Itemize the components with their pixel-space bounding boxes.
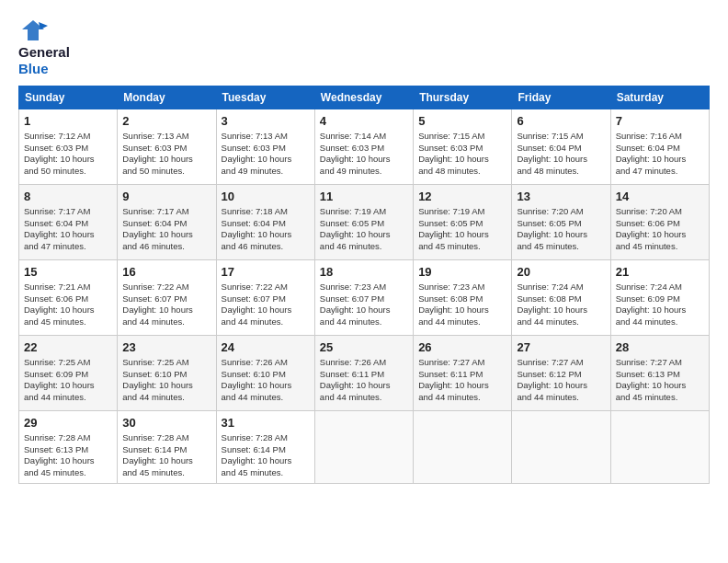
day-number: 18 (320, 264, 408, 281)
calendar-day-cell: 4Sunrise: 7:14 AM Sunset: 6:03 PM Daylig… (314, 109, 413, 185)
logo: General Blue (18, 17, 70, 76)
day-info-text: Sunrise: 7:16 AM Sunset: 6:04 PM Dayligh… (616, 131, 704, 178)
calendar-day-cell: 28Sunrise: 7:27 AM Sunset: 6:13 PM Dayli… (610, 336, 709, 411)
day-info-text: Sunrise: 7:20 AM Sunset: 6:06 PM Dayligh… (616, 206, 704, 253)
calendar-week-row: 29Sunrise: 7:28 AM Sunset: 6:13 PM Dayli… (19, 411, 710, 484)
day-info-text: Sunrise: 7:12 AM Sunset: 6:03 PM Dayligh… (24, 131, 112, 178)
calendar-table: SundayMondayTuesdayWednesdayThursdayFrid… (18, 86, 710, 484)
day-info-text: Sunrise: 7:27 AM Sunset: 6:13 PM Dayligh… (616, 357, 704, 404)
day-number: 12 (418, 189, 506, 205)
day-number: 19 (418, 264, 506, 281)
calendar-week-row: 15Sunrise: 7:21 AM Sunset: 6:06 PM Dayli… (19, 260, 710, 336)
calendar-header-cell: Thursday (414, 86, 512, 109)
day-info-text: Sunrise: 7:22 AM Sunset: 6:07 PM Dayligh… (122, 282, 210, 328)
page: General Blue SundayMondayTuesdayWednesda… (0, 0, 728, 563)
calendar-day-cell: 21Sunrise: 7:24 AM Sunset: 6:09 PM Dayli… (610, 260, 709, 336)
calendar-header-cell: Monday (118, 86, 216, 109)
calendar-day-cell: 23Sunrise: 7:25 AM Sunset: 6:10 PM Dayli… (118, 336, 216, 411)
day-info-text: Sunrise: 7:15 AM Sunset: 6:04 PM Dayligh… (517, 131, 605, 178)
day-number: 21 (616, 264, 704, 281)
day-number: 23 (122, 339, 210, 356)
day-number: 3 (222, 113, 310, 130)
calendar-day-cell: 16Sunrise: 7:22 AM Sunset: 6:07 PM Dayli… (118, 260, 216, 336)
calendar-header-cell: Tuesday (216, 86, 314, 109)
day-number: 28 (616, 339, 704, 356)
calendar-day-cell: 10Sunrise: 7:18 AM Sunset: 6:04 PM Dayli… (216, 185, 314, 260)
day-info-text: Sunrise: 7:24 AM Sunset: 6:08 PM Dayligh… (517, 282, 605, 328)
calendar-day-cell: 3Sunrise: 7:13 AM Sunset: 6:03 PM Daylig… (216, 109, 314, 185)
calendar-day-cell (314, 411, 413, 484)
calendar-day-cell (414, 411, 512, 484)
day-info-text: Sunrise: 7:22 AM Sunset: 6:07 PM Dayligh… (222, 282, 310, 328)
calendar-day-cell: 27Sunrise: 7:27 AM Sunset: 6:12 PM Dayli… (512, 336, 610, 411)
calendar-day-cell: 11Sunrise: 7:19 AM Sunset: 6:05 PM Dayli… (314, 185, 413, 260)
calendar-day-cell: 20Sunrise: 7:24 AM Sunset: 6:08 PM Dayli… (512, 260, 610, 336)
calendar-day-cell: 22Sunrise: 7:25 AM Sunset: 6:09 PM Dayli… (19, 336, 118, 411)
day-info-text: Sunrise: 7:25 AM Sunset: 6:10 PM Dayligh… (122, 357, 210, 404)
day-info-text: Sunrise: 7:26 AM Sunset: 6:11 PM Dayligh… (320, 357, 408, 404)
calendar-day-cell: 14Sunrise: 7:20 AM Sunset: 6:06 PM Dayli… (610, 185, 709, 260)
day-number: 11 (320, 189, 408, 205)
calendar-day-cell: 24Sunrise: 7:26 AM Sunset: 6:10 PM Dayli… (216, 336, 314, 411)
day-number: 5 (418, 113, 506, 130)
day-info-text: Sunrise: 7:28 AM Sunset: 6:14 PM Dayligh… (222, 432, 310, 479)
day-info-text: Sunrise: 7:25 AM Sunset: 6:09 PM Dayligh… (24, 357, 112, 404)
calendar-day-cell: 5Sunrise: 7:15 AM Sunset: 6:03 PM Daylig… (414, 109, 512, 185)
logo-general: General (18, 44, 70, 60)
day-number: 6 (517, 113, 605, 130)
day-number: 4 (320, 113, 408, 130)
calendar-day-cell: 13Sunrise: 7:20 AM Sunset: 6:05 PM Dayli… (512, 185, 610, 260)
calendar-day-cell: 19Sunrise: 7:23 AM Sunset: 6:08 PM Dayli… (414, 260, 512, 336)
calendar-day-cell: 8Sunrise: 7:17 AM Sunset: 6:04 PM Daylig… (19, 185, 118, 260)
calendar-day-cell: 18Sunrise: 7:23 AM Sunset: 6:07 PM Dayli… (314, 260, 413, 336)
day-number: 20 (517, 264, 605, 281)
day-number: 24 (222, 339, 310, 356)
calendar-day-cell: 25Sunrise: 7:26 AM Sunset: 6:11 PM Dayli… (314, 336, 413, 411)
logo-blue: Blue (18, 61, 49, 76)
calendar-day-cell: 30Sunrise: 7:28 AM Sunset: 6:14 PM Dayli… (118, 411, 216, 484)
day-info-text: Sunrise: 7:19 AM Sunset: 6:05 PM Dayligh… (418, 206, 506, 253)
day-number: 17 (222, 264, 310, 281)
calendar-body: 1Sunrise: 7:12 AM Sunset: 6:03 PM Daylig… (19, 109, 710, 484)
calendar-day-cell: 12Sunrise: 7:19 AM Sunset: 6:05 PM Dayli… (414, 185, 512, 260)
day-number: 22 (24, 339, 112, 356)
calendar-day-cell (610, 411, 709, 484)
day-number: 1 (24, 113, 112, 130)
day-number: 31 (222, 415, 310, 431)
calendar-header-cell: Wednesday (314, 86, 413, 109)
day-info-text: Sunrise: 7:23 AM Sunset: 6:07 PM Dayligh… (320, 282, 408, 328)
day-info-text: Sunrise: 7:14 AM Sunset: 6:03 PM Dayligh… (320, 131, 408, 178)
calendar-week-row: 1Sunrise: 7:12 AM Sunset: 6:03 PM Daylig… (19, 109, 710, 185)
day-info-text: Sunrise: 7:17 AM Sunset: 6:04 PM Dayligh… (122, 206, 210, 253)
day-number: 9 (122, 189, 210, 205)
header: General Blue (18, 17, 710, 76)
calendar-week-row: 22Sunrise: 7:25 AM Sunset: 6:09 PM Dayli… (19, 336, 710, 411)
calendar-day-cell: 17Sunrise: 7:22 AM Sunset: 6:07 PM Dayli… (216, 260, 314, 336)
day-info-text: Sunrise: 7:27 AM Sunset: 6:11 PM Dayligh… (418, 357, 506, 404)
day-number: 2 (122, 113, 210, 130)
day-info-text: Sunrise: 7:13 AM Sunset: 6:03 PM Dayligh… (222, 131, 310, 178)
day-info-text: Sunrise: 7:23 AM Sunset: 6:08 PM Dayligh… (418, 282, 506, 328)
day-info-text: Sunrise: 7:28 AM Sunset: 6:14 PM Dayligh… (122, 432, 210, 479)
day-info-text: Sunrise: 7:24 AM Sunset: 6:09 PM Dayligh… (616, 282, 704, 328)
day-info-text: Sunrise: 7:17 AM Sunset: 6:04 PM Dayligh… (24, 206, 112, 253)
calendar-day-cell: 6Sunrise: 7:15 AM Sunset: 6:04 PM Daylig… (512, 109, 610, 185)
calendar-header-cell: Sunday (19, 86, 118, 109)
day-info-text: Sunrise: 7:28 AM Sunset: 6:13 PM Dayligh… (24, 432, 112, 479)
calendar-day-cell: 2Sunrise: 7:13 AM Sunset: 6:03 PM Daylig… (118, 109, 216, 185)
day-info-text: Sunrise: 7:15 AM Sunset: 6:03 PM Dayligh… (418, 131, 506, 178)
day-info-text: Sunrise: 7:19 AM Sunset: 6:05 PM Dayligh… (320, 206, 408, 253)
day-info-text: Sunrise: 7:18 AM Sunset: 6:04 PM Dayligh… (222, 206, 310, 253)
day-number: 30 (122, 415, 210, 431)
day-number: 13 (517, 189, 605, 205)
calendar-day-cell: 15Sunrise: 7:21 AM Sunset: 6:06 PM Dayli… (19, 260, 118, 336)
calendar-day-cell: 29Sunrise: 7:28 AM Sunset: 6:13 PM Dayli… (19, 411, 118, 484)
calendar-header-cell: Saturday (610, 86, 709, 109)
calendar-week-row: 8Sunrise: 7:17 AM Sunset: 6:04 PM Daylig… (19, 185, 710, 260)
day-number: 16 (122, 264, 210, 281)
calendar-day-cell (512, 411, 610, 484)
calendar-day-cell: 31Sunrise: 7:28 AM Sunset: 6:14 PM Dayli… (216, 411, 314, 484)
logo-bird-icon (18, 17, 48, 42)
calendar-day-cell: 9Sunrise: 7:17 AM Sunset: 6:04 PM Daylig… (118, 185, 216, 260)
calendar-header-cell: Friday (512, 86, 610, 109)
